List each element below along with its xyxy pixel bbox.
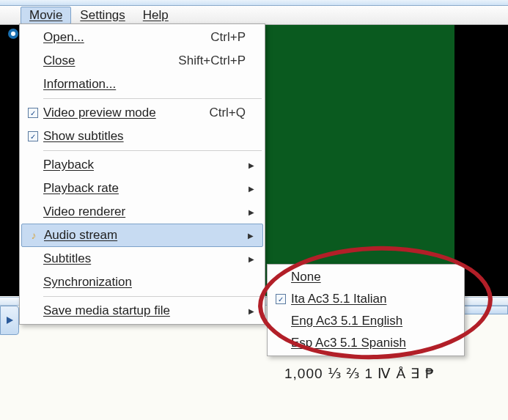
submenu-item-none[interactable]: None bbox=[269, 266, 463, 288]
checkbox-icon: ✓ bbox=[23, 108, 43, 118]
menu-label: Close bbox=[43, 54, 169, 68]
menubar-item-movie[interactable]: Movie bbox=[21, 7, 71, 24]
menu-shortcut: Shift+Ctrl+P bbox=[178, 54, 246, 68]
menu-item-close[interactable]: Close Shift+Ctrl+P bbox=[21, 49, 263, 73]
menu-label: Synchronization bbox=[43, 275, 246, 290]
menu-item-video-renderer[interactable]: Video renderer ▶ bbox=[21, 200, 263, 224]
menu-item-audio-stream[interactable]: ♪ Audio stream ▶ bbox=[21, 224, 263, 247]
video-frame bbox=[264, 25, 454, 296]
control-strip-right[interactable] bbox=[464, 306, 508, 314]
menu-item-video-preview[interactable]: ✓ Video preview mode Ctrl+Q bbox=[21, 101, 263, 125]
menu-separator bbox=[43, 150, 262, 151]
menu-item-synchronization[interactable]: Synchronization bbox=[21, 270, 263, 294]
checkbox-icon: ✓ bbox=[270, 294, 291, 304]
menu-separator bbox=[43, 98, 262, 99]
menu-item-playback-rate[interactable]: Playback rate ▶ bbox=[21, 177, 263, 200]
menu-item-save-media[interactable]: Save media startup file ▶ bbox=[21, 299, 263, 323]
menu-item-information[interactable]: Information... bbox=[21, 73, 263, 96]
menu-label: Playback bbox=[43, 158, 246, 172]
menu-shortcut: Ctrl+P bbox=[210, 30, 246, 45]
menu-label: Information... bbox=[43, 77, 246, 92]
checkbox-icon: ✓ bbox=[23, 131, 43, 141]
chevron-right-icon: ▶ bbox=[246, 161, 254, 169]
menubar-item-help[interactable]: Help bbox=[134, 7, 177, 24]
menu-label: Open... bbox=[43, 30, 202, 45]
submenu-item-esp[interactable]: Esp Ac3 5.1 Spanish bbox=[269, 332, 463, 354]
chevron-right-icon: ▶ bbox=[246, 185, 254, 193]
submenu-item-eng[interactable]: Eng Ac3 5.1 English bbox=[269, 310, 463, 332]
menubar-item-settings[interactable]: Settings bbox=[71, 7, 133, 24]
chevron-right-icon: ▶ bbox=[245, 232, 254, 240]
menu-label: Playback rate bbox=[43, 181, 246, 196]
menu-label: Audio stream bbox=[44, 228, 245, 243]
chevron-right-icon: ▶ bbox=[246, 255, 254, 263]
audio-stream-submenu: None ✓ Ita Ac3 5.1 Italian Eng Ac3 5.1 E… bbox=[267, 264, 465, 356]
menu-label: Eng Ac3 5.1 English bbox=[291, 314, 454, 328]
menu-label: Video renderer bbox=[43, 205, 246, 219]
svg-marker-2 bbox=[7, 317, 13, 324]
menu-label: Esp Ac3 5.1 Spanish bbox=[291, 336, 454, 350]
menubar: Movie Settings Help bbox=[0, 6, 508, 25]
menu-item-playback[interactable]: Playback ▶ bbox=[21, 153, 263, 177]
menu-item-subtitles[interactable]: Subtitles ▶ bbox=[21, 247, 263, 270]
menu-separator bbox=[43, 296, 262, 297]
chevron-right-icon: ▶ bbox=[246, 208, 254, 216]
menu-item-show-subtitles[interactable]: ✓ Show subtitles bbox=[21, 125, 263, 148]
chevron-right-icon: ▶ bbox=[246, 307, 254, 315]
menu-label: Video preview mode bbox=[43, 106, 200, 120]
play-button[interactable] bbox=[0, 306, 19, 335]
menu-shortcut: Ctrl+Q bbox=[209, 106, 246, 120]
sample-glyph-text: 1,000 ⅓ ⅔ 1 Ⅳ Å ∃ ₱ bbox=[284, 365, 435, 382]
menu-label: Save media startup file bbox=[43, 303, 246, 318]
app-icon bbox=[7, 28, 19, 40]
menu-label: None bbox=[291, 270, 454, 284]
menu-label: Show subtitles bbox=[43, 129, 246, 144]
submenu-item-ita[interactable]: ✓ Ita Ac3 5.1 Italian bbox=[269, 288, 463, 310]
svg-point-1 bbox=[11, 32, 15, 36]
menu-label: Ita Ac3 5.1 Italian bbox=[291, 292, 454, 306]
menu-label: Subtitles bbox=[43, 251, 246, 266]
window-titlebar bbox=[0, 0, 508, 6]
music-note-icon: ♪ bbox=[23, 229, 44, 241]
movie-menu: Open... Ctrl+P Close Shift+Ctrl+P Inform… bbox=[19, 23, 265, 325]
menu-item-open[interactable]: Open... Ctrl+P bbox=[21, 26, 263, 49]
